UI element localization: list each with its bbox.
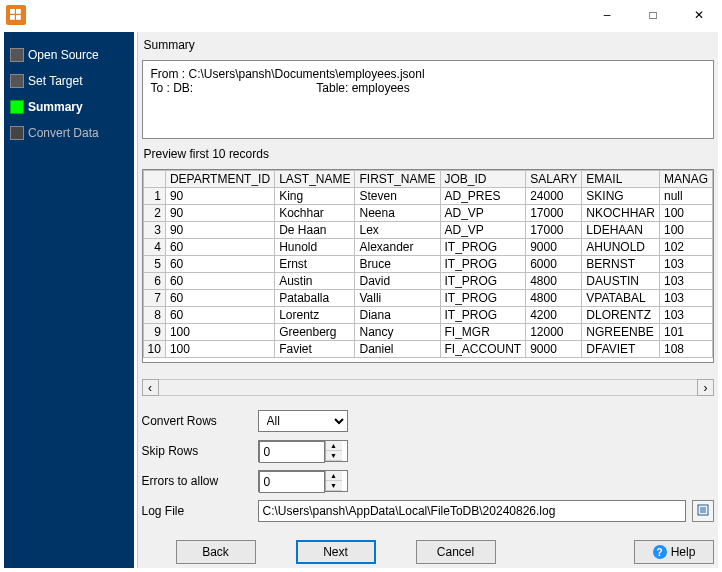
row-number: 2	[143, 205, 165, 222]
table-row[interactable]: 390De HaanLexAD_VP17000LDEHAAN100	[143, 222, 712, 239]
app-icon	[6, 5, 26, 25]
table-cell: 102	[659, 239, 712, 256]
table-cell: FI_MGR	[440, 324, 526, 341]
table-cell: LDEHAAN	[582, 222, 660, 239]
table-cell: AD_PRES	[440, 188, 526, 205]
table-cell: DFAVIET	[582, 341, 660, 358]
table-cell: 4800	[526, 290, 582, 307]
convert-rows-select[interactable]: All	[258, 410, 348, 432]
table-cell: BERNST	[582, 256, 660, 273]
errors-input[interactable]	[259, 471, 325, 493]
maximize-button[interactable]: □	[630, 0, 676, 30]
table-cell: Austin	[275, 273, 355, 290]
table-cell: David	[355, 273, 440, 290]
table-row[interactable]: 290KochharNeenaAD_VP17000NKOCHHAR100	[143, 205, 712, 222]
skip-rows-spinner[interactable]: ▲ ▼	[258, 440, 348, 462]
preview-heading: Preview first 10 records	[144, 147, 712, 161]
table-cell: 103	[659, 307, 712, 324]
table-row[interactable]: 760PataballaValliIT_PROG4800VPATABAL103	[143, 290, 712, 307]
spin-down-icon[interactable]: ▼	[326, 481, 342, 491]
table-cell: Valli	[355, 290, 440, 307]
table-cell: Ernst	[275, 256, 355, 273]
column-header[interactable]: LAST_NAME	[275, 171, 355, 188]
wizard-sidebar: Open Source Set Target Summary Convert D…	[4, 32, 134, 568]
table-cell: 6000	[526, 256, 582, 273]
scroll-left-icon[interactable]: ‹	[142, 379, 159, 396]
table-cell: 100	[659, 205, 712, 222]
step-label: Open Source	[28, 48, 99, 62]
help-button[interactable]: ? Help	[634, 540, 714, 564]
row-number: 5	[143, 256, 165, 273]
next-button[interactable]: Next	[296, 540, 376, 564]
summary-text: From : C:\Users\pansh\Documents\employee…	[142, 60, 714, 139]
row-number: 4	[143, 239, 165, 256]
table-row[interactable]: 460HunoldAlexanderIT_PROG9000AHUNOLD102	[143, 239, 712, 256]
cancel-button[interactable]: Cancel	[416, 540, 496, 564]
errors-label: Errors to allow	[142, 474, 252, 488]
table-cell: IT_PROG	[440, 273, 526, 290]
minimize-button[interactable]: –	[584, 0, 630, 30]
table-cell: NKOCHHAR	[582, 205, 660, 222]
table-cell: 9000	[526, 239, 582, 256]
column-header[interactable]: SALARY	[526, 171, 582, 188]
step-label: Summary	[28, 100, 83, 114]
spin-down-icon[interactable]: ▼	[326, 451, 342, 461]
table-cell: 60	[165, 290, 274, 307]
table-cell: 60	[165, 256, 274, 273]
table-cell: 103	[659, 290, 712, 307]
table-cell: 17000	[526, 222, 582, 239]
table-cell: AHUNOLD	[582, 239, 660, 256]
content-panel: Summary From : C:\Users\pansh\Documents\…	[137, 32, 718, 568]
spin-up-icon[interactable]: ▲	[326, 471, 342, 481]
table-cell: 60	[165, 307, 274, 324]
row-number: 10	[143, 341, 165, 358]
table-cell: null	[659, 188, 712, 205]
table-cell: IT_PROG	[440, 256, 526, 273]
close-button[interactable]: ✕	[676, 0, 722, 30]
skip-rows-input[interactable]	[259, 441, 325, 463]
horizontal-scrollbar[interactable]: ‹ ›	[142, 379, 714, 396]
table-cell: Nancy	[355, 324, 440, 341]
table-row[interactable]: 190KingStevenAD_PRES24000SKINGnull	[143, 188, 712, 205]
table-cell: 100	[165, 324, 274, 341]
table-cell: 100	[165, 341, 274, 358]
table-cell: IT_PROG	[440, 239, 526, 256]
step-icon	[10, 100, 24, 114]
spin-up-icon[interactable]: ▲	[326, 441, 342, 451]
scroll-track[interactable]	[159, 379, 697, 396]
column-header[interactable]: FIRST_NAME	[355, 171, 440, 188]
table-cell: AD_VP	[440, 205, 526, 222]
step-set-target[interactable]: Set Target	[8, 68, 130, 94]
step-open-source[interactable]: Open Source	[8, 42, 130, 68]
svg-rect-3	[16, 15, 21, 20]
row-header-blank	[143, 171, 165, 188]
column-header[interactable]: MANAG	[659, 171, 712, 188]
step-icon	[10, 74, 24, 88]
row-number: 3	[143, 222, 165, 239]
step-convert-data[interactable]: Convert Data	[8, 120, 130, 146]
table-cell: 60	[165, 273, 274, 290]
step-summary[interactable]: Summary	[8, 94, 130, 120]
table-cell: King	[275, 188, 355, 205]
column-header[interactable]: JOB_ID	[440, 171, 526, 188]
table-cell: 4800	[526, 273, 582, 290]
table-cell: Alexander	[355, 239, 440, 256]
column-header[interactable]: DEPARTMENT_ID	[165, 171, 274, 188]
table-cell: 60	[165, 239, 274, 256]
table-cell: Bruce	[355, 256, 440, 273]
log-file-input[interactable]	[258, 500, 686, 522]
column-header[interactable]: EMAIL	[582, 171, 660, 188]
scroll-right-icon[interactable]: ›	[697, 379, 714, 396]
table-row[interactable]: 660AustinDavidIT_PROG4800DAUSTIN103	[143, 273, 712, 290]
table-row[interactable]: 860LorentzDianaIT_PROG4200DLORENTZ103	[143, 307, 712, 324]
summary-heading: Summary	[144, 38, 712, 52]
back-button[interactable]: Back	[176, 540, 256, 564]
table-cell: Faviet	[275, 341, 355, 358]
browse-log-button[interactable]	[692, 500, 714, 522]
table-row[interactable]: 10100FavietDanielFI_ACCOUNT9000DFAVIET10…	[143, 341, 712, 358]
table-cell: Pataballa	[275, 290, 355, 307]
table-row[interactable]: 560ErnstBruceIT_PROG6000BERNST103	[143, 256, 712, 273]
errors-spinner[interactable]: ▲ ▼	[258, 470, 348, 492]
table-row[interactable]: 9100GreenbergNancyFI_MGR12000NGREENBE101	[143, 324, 712, 341]
table-cell: Diana	[355, 307, 440, 324]
